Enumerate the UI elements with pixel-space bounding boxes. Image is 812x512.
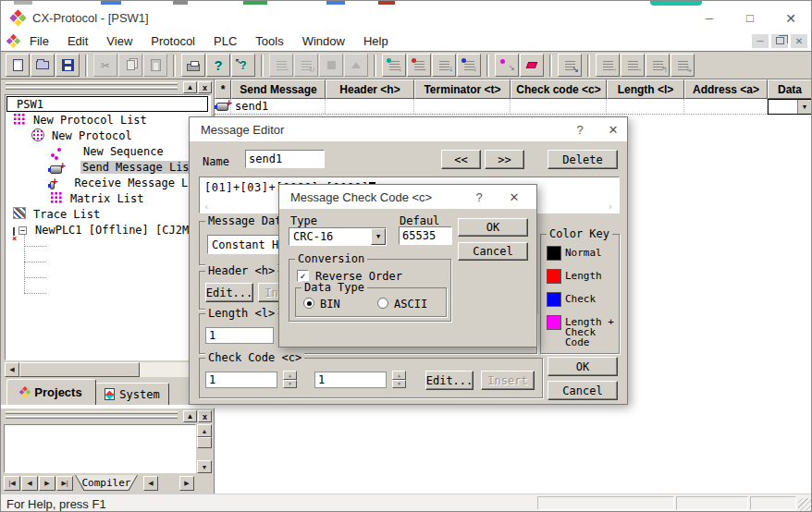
column-header-length-l[interactable]: Length <l>: [607, 79, 684, 99]
last-tab-button[interactable]: ▶|: [56, 476, 73, 491]
scroll-up-icon[interactable]: ▲: [197, 424, 212, 437]
pane-gripper[interactable]: [6, 82, 178, 91]
scroll-right-icon[interactable]: ›: [607, 201, 613, 212]
bin-radio[interactable]: [303, 298, 314, 309]
delete-button[interactable]: Delete: [547, 150, 618, 169]
close-button[interactable]: ✕: [770, 6, 811, 30]
length-value-1-input[interactable]: [205, 327, 274, 344]
tree-item-matrix-list[interactable]: Matrix List: [6, 190, 210, 206]
row-cell[interactable]: [607, 99, 684, 114]
column-header-send-message[interactable]: Send Message: [231, 79, 326, 99]
trace-erase-button[interactable]: [520, 54, 544, 77]
data-dropdown-button[interactable]: ▼: [797, 100, 811, 114]
tree-horizontal-scrollbar[interactable]: ◀ ▶: [5, 362, 211, 377]
previous-message-button[interactable]: <<: [441, 150, 481, 169]
default-value-input[interactable]: [399, 226, 452, 245]
column-header-check-code-c[interactable]: Check code <c>: [511, 79, 607, 99]
menu-item-window[interactable]: Window: [293, 32, 354, 50]
row-cell[interactable]: [511, 99, 607, 114]
step-loop-button[interactable]: ↰: [646, 54, 670, 77]
dialog-close-button[interactable]: ✕: [505, 189, 523, 205]
scroll-down-icon[interactable]: ▼: [197, 460, 212, 473]
mdi-restore-button[interactable]: [771, 34, 788, 48]
compiler-output[interactable]: [4, 424, 196, 473]
tree-item-send-message-list[interactable]: Send Message List: [6, 159, 210, 175]
menu-item-plc[interactable]: PLC: [204, 32, 246, 50]
ascii-radio[interactable]: [377, 298, 388, 309]
column-header-header-h[interactable]: Header <h>: [326, 79, 414, 99]
next-tab-button[interactable]: ▶: [39, 476, 55, 491]
scroll-left-icon[interactable]: ◀: [143, 476, 158, 491]
dialog-title-bar[interactable]: Message Editor ? ✕: [190, 117, 627, 141]
table-row[interactable]: send1: [215, 99, 812, 115]
cancel-button[interactable]: Cancel: [547, 381, 618, 400]
mdi-close-button[interactable]: ✕: [791, 34, 807, 48]
minimize-button[interactable]: ─: [689, 6, 730, 30]
monitor-pin-button[interactable]: ↓: [457, 54, 481, 77]
step-first-button[interactable]: →: [596, 54, 620, 77]
message-name-input[interactable]: [245, 150, 325, 168]
save-project-button[interactable]: [55, 54, 80, 77]
sequence-run-button[interactable]: ↘: [558, 54, 582, 77]
check-value-1-input[interactable]: [205, 372, 277, 388]
pane-close-button[interactable]: x: [198, 81, 212, 93]
dialog-title-bar[interactable]: Message Check Code <c> ? ✕: [279, 185, 536, 209]
menu-item-protocol[interactable]: Protocol: [141, 32, 204, 50]
menu-item-file[interactable]: File: [20, 32, 58, 50]
row-cell[interactable]: [414, 99, 511, 114]
pane-collapse-button[interactable]: ▲: [183, 81, 197, 93]
tree-item-psw1[interactable]: PSW1: [6, 96, 208, 112]
check-type-combo[interactable]: CRC-16 ▼: [289, 227, 387, 246]
column-header-data[interactable]: Data: [768, 79, 812, 99]
check-spinner-2[interactable]: ▲▼: [392, 371, 406, 388]
prev-tab-button[interactable]: ◀: [21, 476, 38, 491]
first-tab-button[interactable]: |◀: [4, 476, 20, 491]
tree-item-new-protocol[interactable]: New Protocol: [6, 128, 210, 143]
scroll-thumb[interactable]: [197, 437, 212, 448]
check-value-2-input[interactable]: [314, 372, 387, 388]
tree-item-newplc1-offline-cj2m-cpu[interactable]: NewPLC1 [Offline] [CJ2M - CPU: [6, 222, 210, 238]
monitor-exchange-button[interactable]: →: [407, 54, 431, 77]
ok-button[interactable]: OK: [547, 357, 618, 376]
tree-item-trace-list[interactable]: Trace List: [6, 206, 210, 222]
header-edit-button[interactable]: Edit...: [205, 283, 253, 302]
menu-item-help[interactable]: Help: [354, 32, 398, 50]
row-cell[interactable]: [326, 99, 414, 114]
chevron-down-icon[interactable]: ▼: [371, 228, 386, 245]
tab-projects[interactable]: Projects: [6, 379, 96, 405]
data-cell[interactable]: ▼: [768, 99, 812, 115]
step-end-button[interactable]: ↳: [671, 54, 695, 77]
context-help-button[interactable]: ↖?: [231, 54, 255, 77]
resize-grip[interactable]: [798, 498, 811, 511]
scroll-thumb[interactable]: [19, 362, 140, 377]
maximize-button[interactable]: □: [730, 6, 770, 30]
pane-gripper[interactable]: [6, 411, 178, 421]
scroll-left-icon[interactable]: ◀: [5, 362, 19, 377]
tab-compiler[interactable]: Compiler: [75, 475, 138, 491]
tab-system[interactable]: System: [95, 383, 169, 405]
dialog-help-button[interactable]: ?: [571, 121, 589, 138]
menu-item-view[interactable]: View: [97, 32, 141, 50]
open-project-button[interactable]: [31, 54, 55, 77]
scroll-left-icon[interactable]: ‹: [203, 201, 210, 212]
monitor-lines-button[interactable]: ↓: [432, 54, 456, 77]
tree-item-receive-message-list[interactable]: Receive Message List: [6, 175, 210, 190]
tree-item-new-sequence[interactable]: New Sequence: [6, 143, 210, 159]
menu-item-edit[interactable]: Edit: [58, 32, 97, 50]
row-cell[interactable]: [684, 99, 768, 114]
row-cell[interactable]: send1: [231, 99, 326, 114]
trace-start-button[interactable]: ↘: [495, 54, 519, 77]
dialog-close-button[interactable]: ✕: [604, 121, 622, 138]
next-message-button[interactable]: >>: [485, 150, 524, 169]
check-spinner-1[interactable]: ▲▼: [283, 371, 297, 388]
row-cell[interactable]: [215, 99, 231, 114]
tree-item-new-protocol-list[interactable]: New Protocol List: [6, 112, 210, 128]
output-collapse-button[interactable]: ▲: [183, 410, 197, 422]
dialog-help-button[interactable]: ?: [470, 189, 488, 205]
output-close-button[interactable]: x: [198, 410, 212, 422]
new-document-button[interactable]: [6, 54, 30, 77]
help-button[interactable]: ?: [206, 54, 230, 77]
column-header-terminator-t[interactable]: Terminator <t>: [414, 79, 511, 99]
column-header-address-a[interactable]: Address <a>: [684, 79, 768, 99]
print-button[interactable]: [181, 54, 205, 77]
